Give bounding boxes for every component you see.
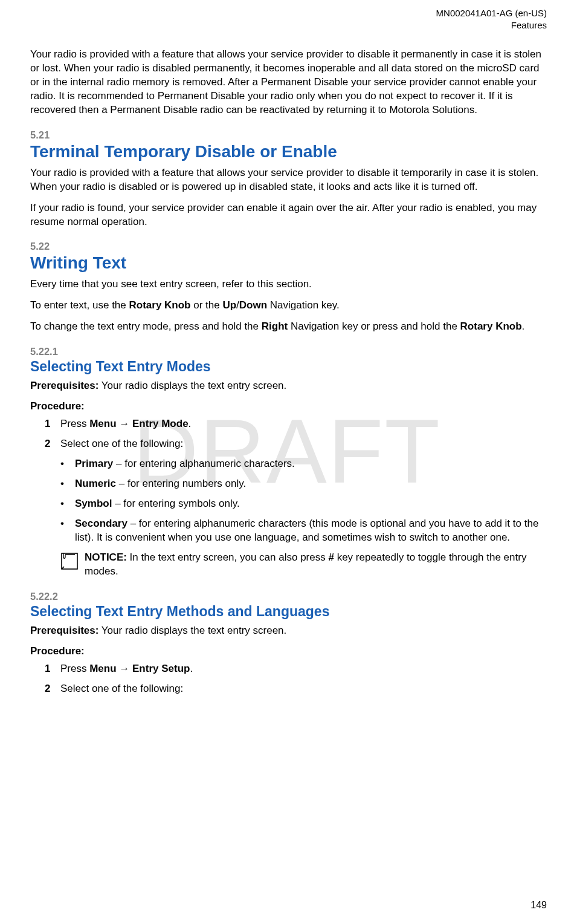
notice-icon <box>60 552 79 573</box>
bold-term: Rotary Knob <box>129 299 190 311</box>
text-span: . <box>522 320 525 332</box>
step-item: 1 Press Menu → Entry Setup. <box>45 662 547 676</box>
step-number: 2 <box>45 437 60 451</box>
section-title: Writing Text <box>30 253 547 273</box>
page-content: MN002041A01-AG (en-US) Features Your rad… <box>0 0 574 714</box>
procedure-label: Procedure: <box>30 400 547 412</box>
text-span: → <box>117 663 132 674</box>
section-number: 5.21 <box>30 129 547 141</box>
text-span: – for entering numbers only. <box>116 478 246 489</box>
procedure-steps: 1 Press Menu → Entry Mode. 2 Select one … <box>30 417 547 451</box>
text-span: Press <box>60 663 89 674</box>
list-item: • Numeric – for entering numbers only. <box>60 477 547 491</box>
step-item: 2 Select one of the following: <box>45 682 547 696</box>
prerequisites: Prerequisites: Your radio displays the t… <box>30 380 547 392</box>
bold-term: Down <box>239 299 267 311</box>
page-header: MN002041A01-AG (en-US) Features <box>30 7 547 31</box>
step-number: 1 <box>45 662 60 676</box>
doc-id: MN002041A01-AG (en-US) <box>30 7 547 19</box>
step-number: 1 <box>45 417 60 431</box>
bold-term: Secondary <box>75 518 127 529</box>
step-item: 2 Select one of the following: <box>45 437 547 451</box>
prereq-label: Prerequisites: <box>30 380 98 391</box>
bullet-icon: • <box>60 517 75 545</box>
bold-term: Menu <box>89 663 116 674</box>
item-text: Numeric – for entering numbers only. <box>75 477 246 491</box>
notice-label: NOTICE: <box>85 551 127 563</box>
procedure-label: Procedure: <box>30 645 547 657</box>
body-paragraph: To enter text, use the Rotary Knob or th… <box>30 299 547 313</box>
bullet-icon: • <box>60 497 75 511</box>
page-number: 149 <box>530 900 547 911</box>
bold-term: Numeric <box>75 478 116 489</box>
bold-term: Right <box>262 320 288 332</box>
text-span: To change the text entry mode, press and… <box>30 320 262 332</box>
prereq-label: Prerequisites: <box>30 625 98 636</box>
section-title: Terminal Temporary Disable or Enable <box>30 142 547 161</box>
section-number: 5.22.1 <box>30 346 547 357</box>
text-span: – for entering alphanumeric characters (… <box>75 518 538 543</box>
text-span: – for entering symbols only. <box>112 498 239 509</box>
bold-term: # <box>328 551 334 563</box>
step-text: Press Menu → Entry Setup. <box>60 662 193 676</box>
step-number: 2 <box>45 682 60 696</box>
bullet-icon: • <box>60 457 75 471</box>
body-paragraph: To change the text entry mode, press and… <box>30 320 547 334</box>
text-span: or the <box>190 299 222 311</box>
text-span: Navigation key. <box>267 299 340 311</box>
bold-term: Entry Mode <box>132 418 189 429</box>
section-number: 5.22 <box>30 241 547 252</box>
text-span: Press <box>60 418 89 429</box>
text-span: In the text entry screen, you can also p… <box>127 551 329 563</box>
section-number: 5.22.2 <box>30 591 547 602</box>
step-item: 1 Press Menu → Entry Mode. <box>45 417 547 431</box>
step-text: Press Menu → Entry Mode. <box>60 417 191 431</box>
text-span: Navigation key or press and hold the <box>288 320 460 332</box>
list-item: • Secondary – for entering alphanumeric … <box>60 517 547 545</box>
chapter-name: Features <box>30 19 547 31</box>
bold-term: Menu <box>89 418 116 429</box>
bold-term: Rotary Knob <box>460 320 522 332</box>
step-text: Select one of the following: <box>60 682 183 696</box>
section-title: Selecting Text Entry Modes <box>30 359 547 375</box>
bold-term: Symbol <box>75 498 112 509</box>
text-span: . <box>189 418 192 429</box>
text-span: → <box>117 418 132 429</box>
step-text: Select one of the following: <box>60 437 183 451</box>
list-item: • Primary – for entering alphanumeric ch… <box>60 457 547 471</box>
list-item: • Symbol – for entering symbols only. <box>60 497 547 511</box>
item-text: Symbol – for entering symbols only. <box>75 497 240 511</box>
item-text: Primary – for entering alphanumeric char… <box>75 457 295 471</box>
text-span: – for entering alphanumeric characters. <box>113 458 295 469</box>
option-list: • Primary – for entering alphanumeric ch… <box>30 457 547 545</box>
bold-term: Primary <box>75 458 113 469</box>
body-paragraph: Every time that you see text entry scree… <box>30 278 547 291</box>
body-paragraph: If your radio is found, your service pro… <box>30 201 547 229</box>
body-paragraph: Your radio is provided with a feature th… <box>30 166 547 194</box>
notice-text: NOTICE: In the text entry screen, you ca… <box>85 551 547 579</box>
section-title: Selecting Text Entry Methods and Languag… <box>30 604 547 620</box>
prereq-text: Your radio displays the text entry scree… <box>98 625 286 636</box>
text-span: . <box>190 663 193 674</box>
bold-term: Up <box>222 299 236 311</box>
prereq-text: Your radio displays the text entry scree… <box>98 380 286 391</box>
intro-paragraph: Your radio is provided with a feature th… <box>30 48 547 117</box>
item-text: Secondary – for entering alphanumeric ch… <box>75 517 547 545</box>
notice-block: NOTICE: In the text entry screen, you ca… <box>60 551 547 579</box>
bullet-icon: • <box>60 477 75 491</box>
prerequisites: Prerequisites: Your radio displays the t… <box>30 625 547 637</box>
procedure-steps: 1 Press Menu → Entry Setup. 2 Select one… <box>30 662 547 696</box>
bold-term: Entry Setup <box>132 663 190 674</box>
text-span: To enter text, use the <box>30 299 129 311</box>
